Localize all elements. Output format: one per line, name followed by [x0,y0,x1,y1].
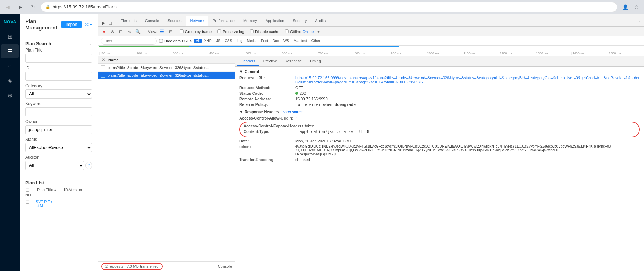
filter-tab-doc[interactable]: Doc [270,39,281,43]
console-label[interactable]: Console [218,264,232,269]
general-title: General [245,69,259,74]
mark-1100: 1100 ms [463,52,499,55]
name-header: Name [108,58,119,62]
auditor-select[interactable]: All [25,161,84,170]
view-waterfall-icon[interactable]: ⊟ [167,28,174,35]
nav-icon-home[interactable]: ⊞ [1,29,19,43]
record-button[interactable]: ● [101,28,108,35]
tab-sources[interactable]: Sources [163,16,186,26]
col-id-header[interactable]: ID.Version [64,188,92,197]
filter-tab-other[interactable]: Other [309,39,322,43]
tab-console[interactable]: Console [141,16,163,26]
address-bar[interactable]: 🔒 https://15.99.72.165/nova/Plans [41,2,617,12]
owner-input[interactable] [25,125,92,134]
detail-tab-preview[interactable]: Preview [260,57,280,66]
nav-icon-list[interactable]: ☰ [1,44,19,58]
devtools-inspect-icon[interactable]: □ [107,19,114,26]
tab-security[interactable]: Security [288,16,311,26]
response-headers-toggle[interactable]: ▼ [239,110,243,114]
tab-elements[interactable]: Elements [116,16,141,26]
nav-icon-circle[interactable]: ○ [1,59,19,73]
header-value-aceh: token [305,124,314,128]
filter-tab-manifest[interactable]: Manifest [292,39,309,43]
detail-tab-headers[interactable]: Headers [237,57,259,66]
nav-icon-chart[interactable]: ◈ [1,74,19,88]
group-by-frame-checkbox[interactable]: Group by frame [179,29,212,34]
hide-data-urls-checkbox[interactable]: Hide data URLs [159,39,192,43]
devtools-settings-icon[interactable]: ⋮ [636,19,643,26]
nav-icon-settings[interactable]: ⊕ [1,88,19,102]
tab-application[interactable]: Application [261,16,289,26]
auditor-help-button[interactable]: ? [85,162,92,169]
filter-tab-img[interactable]: Img [234,39,245,43]
header-key-token: token: [239,144,295,156]
tab-audits[interactable]: Audits [311,16,330,26]
tab-performance[interactable]: Performance [208,16,239,26]
header-row-acao: Access-Control-Allow-Origin: * [239,116,640,120]
search-button[interactable]: 🔍 [134,28,141,35]
category-select[interactable]: All [25,89,92,99]
row-checkbox[interactable] [26,200,29,203]
status-select[interactable]: AllExcludeRevoke [25,143,92,152]
plan-title-input[interactable] [25,54,92,63]
reload-button[interactable]: ↻ [28,2,38,12]
back-button[interactable]: ◀ [3,2,13,12]
filter-tab-xhr[interactable]: XHR [202,39,214,43]
filter-icon[interactable]: ⋖ [126,28,133,35]
camera-button[interactable]: ⊡ [117,28,124,35]
row-title[interactable]: SVT P Test M [36,199,64,208]
header-row-te: Transfer-Encoding: chunked [239,157,640,162]
header-key-date: Date: [239,139,295,143]
filter-tab-css[interactable]: CSS [223,39,234,43]
keyword-input[interactable] [25,107,92,116]
forward-button[interactable]: ▶ [15,2,25,12]
auditor-field: Auditor All ? [25,155,92,170]
filter-tab-ws[interactable]: WS [281,39,291,43]
owner-label: Owner [25,119,92,124]
svg-text:NOVA: NOVA [4,19,16,25]
nova-logo: NOVA [3,17,17,27]
disable-cache-checkbox[interactable]: Disable cache [249,29,279,34]
item-checkbox-1 [101,65,105,70]
tab-network[interactable]: Network [186,16,208,26]
devtools-pointer-icon[interactable]: ▶ [100,19,107,26]
view-list-icon[interactable]: ☰ [159,28,166,35]
requests-summary-text: 2 requests | 7.0 MB transferred [105,264,158,269]
network-toolbar: ● ⊘ ⊡ ⋖ 🔍 View: ☰ ⊟ Group by frame Prese… [98,27,644,36]
filter-tab-media[interactable]: Media [245,39,259,43]
id-label: ID [25,66,92,70]
console-section: ⋮ Console [213,264,232,269]
view-source-link[interactable]: view source [283,110,303,114]
close-detail-button[interactable]: ✕ [101,57,106,63]
stop-button[interactable]: ⊘ [109,28,116,35]
online-link[interactable]: Online [303,29,314,34]
preserve-log-checkbox[interactable]: Preserve log [217,29,244,34]
tab-memory[interactable]: Memory [239,16,261,26]
general-toggle[interactable]: ▼ [239,69,243,74]
plan-table-row[interactable]: SVT P Test M [25,198,92,209]
filter-tab-font[interactable]: Font [259,39,270,43]
mark-800: 800 ms [354,52,390,55]
select-all-checkbox[interactable] [26,188,29,191]
filter-tab-all[interactable]: All [194,39,202,43]
request-item-1[interactable]: plans?title=&code=&keyword=&owner=326&ty… [98,64,235,72]
plan-search-header: Plan Search ∨ [25,38,92,48]
response-headers-section: ▼ Response Headers view source Access-Co… [239,110,640,162]
offline-checkbox[interactable]: Offline [285,29,301,34]
request-item-2[interactable]: plans?title=&code=&keyword=&owner=326&ty… [98,72,235,79]
filter-tab-js[interactable]: JS [214,39,222,43]
col-title-header[interactable]: Plan Title ∧ [37,188,63,197]
browser-window: ◀ ▶ ↻ 🔒 https://15.99.72.165/nova/Plans … [0,0,644,271]
dc-selector[interactable]: DC ▾ [84,22,92,27]
sidebar-title-row: Plan Management Import DC ▾ [25,18,92,31]
more-options-button[interactable]: ▾ [315,28,322,35]
bookmark-icon[interactable]: ☆ [631,2,641,12]
owner-field: Owner [25,119,92,134]
import-button[interactable]: Import [61,21,82,28]
detail-tab-response[interactable]: Response [281,57,306,66]
account-icon[interactable]: 👤 [620,2,630,12]
collapse-icon[interactable]: ∨ [89,41,92,46]
id-input[interactable] [25,72,92,81]
detail-tab-timing[interactable]: Timing [306,57,324,66]
filter-input[interactable] [101,38,157,45]
